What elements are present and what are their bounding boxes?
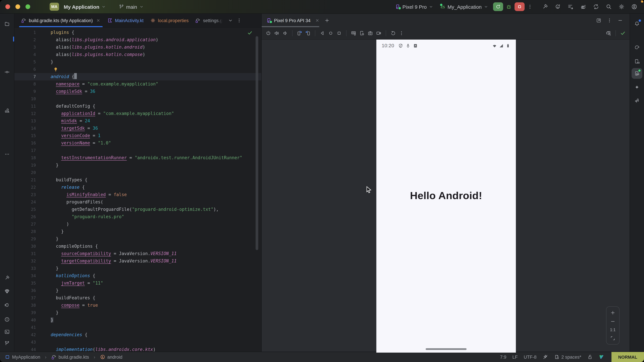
overview-icon[interactable] [336,30,342,36]
home-icon[interactable] [328,30,334,36]
line-number[interactable]: 6 [14,66,36,73]
rerun-button[interactable] [493,2,503,11]
stop-button[interactable] [514,2,524,11]
breadcrumb-build.gradle.kts[interactable]: build.gradle.kts [51,354,89,360]
line-number[interactable]: 19 [14,162,36,169]
device-tab[interactable]: Pixel 9 Pro API 34 [266,18,320,23]
vim-icon[interactable] [599,354,604,360]
device-selector[interactable]: Pixel 9 Pro [393,2,435,11]
volume-down-icon[interactable] [282,30,288,36]
line-number[interactable]: 37 [14,294,36,302]
line-number[interactable]: 35 [14,280,36,287]
line-number[interactable]: 43 [14,339,36,346]
line-number[interactable]: 15 [14,132,36,139]
volume-up-icon[interactable] [274,30,280,36]
rotate-right-icon[interactable] [305,30,310,36]
run-configuration-selector[interactable]: My_Application [438,2,490,11]
caret-position[interactable]: 7:9 [500,355,506,360]
code-editor[interactable]: 1plugins {2 alias(libs.plugins.android.a… [14,27,261,352]
zoom-fit-icon[interactable] [610,336,616,341]
rotate-left-icon[interactable] [297,30,302,36]
line-number[interactable]: 42 [14,331,36,339]
line-number[interactable]: 34 [14,272,36,280]
minimize-window-button[interactable] [16,4,20,9]
tab-settings.g[interactable]: settings.g [192,14,226,27]
tool-window-build-tool[interactable] [2,273,12,283]
line-ending[interactable]: LF [512,355,518,360]
profile-button[interactable] [629,2,639,11]
line-number[interactable]: 39 [14,309,36,317]
minimize-icon[interactable] [618,18,623,23]
more-icon[interactable] [607,18,612,23]
line-number[interactable]: 38 [14,302,36,309]
chevron-down-icon[interactable] [228,18,233,23]
line-number[interactable]: 28 [14,228,36,235]
tool-window-more-windows[interactable] [2,149,12,160]
line-number[interactable]: 29 [14,235,36,243]
line-number[interactable]: 31 [14,250,36,257]
open-new-icon[interactable] [596,18,602,23]
line-number[interactable]: 23 [14,191,36,198]
tab-scrollbar-thumb[interactable] [262,26,319,27]
indent-setting[interactable]: 2 spaces* [554,354,581,360]
tool-window-commit[interactable] [2,67,12,77]
intention-bulb-icon[interactable] [53,67,58,72]
tool-window-version-control[interactable] [2,338,12,349]
tool-window-gradle[interactable] [632,42,642,53]
power-icon[interactable] [266,30,271,36]
close-icon[interactable] [96,18,100,23]
close-icon[interactable] [315,18,320,23]
apply-code-changes-button[interactable] [566,2,576,11]
zoom-out-icon[interactable] [610,319,616,324]
line-number[interactable]: 44 [14,346,36,352]
settings-button[interactable] [616,2,626,11]
zoom-window-button[interactable] [26,4,30,9]
line-number[interactable]: 12 [14,110,36,117]
line-number[interactable]: 18 [14,154,36,162]
tool-window-logcat[interactable] [2,300,12,311]
line-number[interactable]: 40 [14,317,36,324]
line-number[interactable]: 14 [14,125,36,132]
more-icon[interactable] [399,30,404,36]
check-icon[interactable] [620,30,626,36]
tab-MainActivity.kt[interactable]: MainActivity.kt [104,14,147,27]
back-icon[interactable] [320,30,325,36]
tool-window-device-manager[interactable] [632,56,642,67]
breadcrumb-MyApplication[interactable]: MyApplication [5,354,40,360]
tool-window-project[interactable] [2,18,12,29]
vim-mode-badge[interactable]: NORMAL [612,352,644,362]
line-number[interactable]: 41 [14,324,36,331]
line-number[interactable]: 25 [14,206,36,213]
zoom-in-icon[interactable] [610,310,616,316]
line-number[interactable]: 8 [14,80,36,88]
line-number[interactable]: 16 [14,139,36,147]
tool-window-airplane[interactable] [632,95,642,106]
attach-debugger-button[interactable] [578,2,588,11]
line-number[interactable]: 1 [14,29,36,36]
line-number[interactable]: 7 [14,73,36,80]
tool-window-notifications[interactable] [632,18,642,29]
tab-options-icon[interactable] [236,18,242,23]
line-number[interactable]: 3 [14,43,36,51]
more-actions-icon[interactable] [527,4,533,9]
file-encoding[interactable]: UTF-8 [524,355,537,360]
line-number[interactable]: 26 [14,213,36,221]
branch-selector[interactable]: main [117,2,146,11]
line-number[interactable]: 13 [14,117,36,125]
navigation-pill[interactable] [426,348,466,350]
tool-window-problems[interactable] [2,314,12,325]
line-number[interactable]: 27 [14,221,36,228]
search-everywhere-button[interactable] [604,2,614,11]
ui-check-icon[interactable] [606,30,611,36]
screenshot-icon[interactable] [368,30,373,36]
line-number[interactable]: 17 [14,147,36,154]
line-number[interactable]: 2 [14,36,36,43]
line-number[interactable]: 21 [14,176,36,184]
tool-window-app-quality-insights[interactable] [2,286,12,297]
line-number[interactable]: 10 [14,95,36,103]
debug-button[interactable] [506,4,512,10]
tool-window-resource-manager[interactable] [2,105,12,116]
lock-icon[interactable] [587,354,593,360]
reset-view-icon[interactable] [390,30,396,36]
line-number[interactable]: 11 [14,103,36,110]
